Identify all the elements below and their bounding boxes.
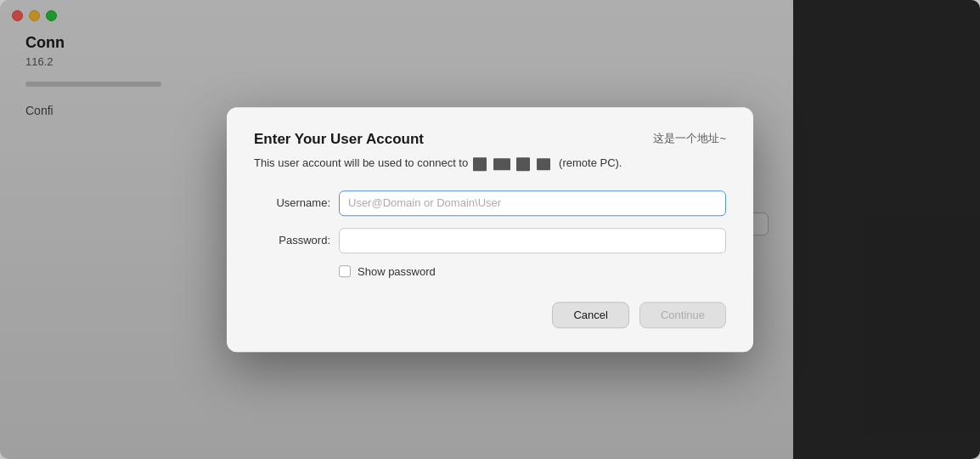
- user-account-dialog: 这是一个地址~ Enter Your User Account This use…: [227, 107, 753, 352]
- dialog-description: This user account will be used to connec…: [254, 155, 726, 172]
- password-row: Password:: [254, 228, 726, 253]
- show-password-row: Show password: [339, 265, 726, 278]
- password-input[interactable]: [339, 228, 726, 253]
- redacted-block-2: [493, 158, 510, 170]
- username-input[interactable]: [339, 190, 726, 216]
- show-password-label[interactable]: Show password: [358, 265, 436, 278]
- redacted-block-4: [537, 158, 550, 170]
- redacted-1: [471, 155, 552, 172]
- cancel-button[interactable]: Cancel: [552, 302, 628, 328]
- password-label: Password:: [254, 234, 330, 246]
- redacted-block-3: [516, 157, 530, 171]
- dialog-buttons: Cancel Continue: [254, 302, 726, 328]
- dialog-description-text1: This user account will be used to connec…: [254, 155, 468, 172]
- username-label: Username:: [254, 196, 330, 209]
- username-row: Username:: [254, 190, 726, 216]
- continue-button: Continue: [639, 302, 726, 328]
- show-password-checkbox[interactable]: [339, 265, 351, 277]
- address-label: 这是一个地址~: [653, 131, 726, 146]
- dialog-description-text2: (remote PC).: [559, 155, 622, 172]
- redacted-block-1: [473, 157, 487, 171]
